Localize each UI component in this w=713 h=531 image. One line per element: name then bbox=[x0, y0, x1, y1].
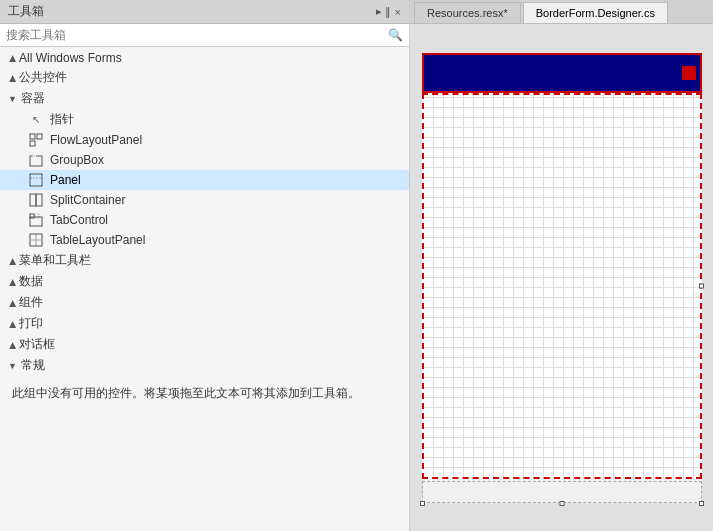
section-header-components[interactable]: ▶ 组件 bbox=[0, 292, 409, 313]
section-container: ▼ 容器 ↖ 指针 FlowLayoutPanel □ GroupBox bbox=[0, 88, 409, 250]
chevron-right-icon: ▶ bbox=[7, 299, 17, 306]
general-note: 此组中没有可用的控件。将某项拖至此文本可将其添加到工具箱。 bbox=[0, 376, 409, 411]
form-main-panel[interactable] bbox=[422, 93, 702, 479]
chevron-right-icon: ▶ bbox=[7, 278, 17, 285]
section-header-dialog[interactable]: ▶ 对话框 bbox=[0, 334, 409, 355]
item-label-groupbox: GroupBox bbox=[50, 153, 104, 167]
resize-handle-bottom-middle[interactable] bbox=[699, 501, 704, 506]
resize-handle-right-middle[interactable] bbox=[699, 283, 704, 288]
section-general: ▼ 常规 此组中没有可用的控件。将某项拖至此文本可将其添加到工具箱。 bbox=[0, 355, 409, 411]
designer-canvas[interactable] bbox=[410, 24, 713, 531]
section-label-print: 打印 bbox=[19, 315, 43, 332]
tablelayoutpanel-icon bbox=[28, 232, 44, 248]
form-top-bar bbox=[422, 53, 702, 93]
resize-handle-bottom-right[interactable] bbox=[420, 501, 425, 506]
section-menu-toolbar: ▶ 菜单和工具栏 bbox=[0, 250, 409, 271]
toolbox-item-panel[interactable]: Panel bbox=[0, 170, 409, 190]
svg-rect-6 bbox=[30, 174, 42, 186]
form-designer bbox=[422, 53, 702, 503]
toolbox-item-tabcontrol[interactable]: TabControl bbox=[0, 210, 409, 230]
toolbox-item-splitcontainer[interactable]: SplitContainer bbox=[0, 190, 409, 210]
tab-borderform-designer[interactable]: BorderForm.Designer.cs bbox=[523, 2, 668, 23]
form-bottom-panel[interactable] bbox=[422, 481, 702, 503]
section-all-windows-forms: ▶ All Windows Forms bbox=[0, 49, 409, 67]
section-header-menu-toolbar[interactable]: ▶ 菜单和工具栏 bbox=[0, 250, 409, 271]
section-common-controls: ▶ 公共控件 bbox=[0, 67, 409, 88]
item-label-tablelayoutpanel: TableLayoutPanel bbox=[50, 233, 145, 247]
toolbox-item-groupbox[interactable]: □ GroupBox bbox=[0, 150, 409, 170]
toolbox-header: 工具箱 ▸ ‖ × bbox=[0, 0, 409, 24]
svg-rect-1 bbox=[37, 134, 42, 139]
section-label-menu-toolbar: 菜单和工具栏 bbox=[19, 252, 91, 269]
toolbox-item-flowlayoutpanel[interactable]: FlowLayoutPanel bbox=[0, 130, 409, 150]
toolbox-panel: 工具箱 ▸ ‖ × 🔍 ▶ All Windows Forms ▶ 公共控件 bbox=[0, 0, 410, 531]
section-label-dialog: 对话框 bbox=[19, 336, 55, 353]
chevron-right-icon: ▶ bbox=[7, 257, 17, 264]
toolbox-content: ▶ All Windows Forms ▶ 公共控件 ▼ 容器 ↖ 指针 bbox=[0, 47, 409, 531]
toolbox-item-pointer[interactable]: ↖ 指针 bbox=[0, 109, 409, 130]
section-data: ▶ 数据 bbox=[0, 271, 409, 292]
section-label-components: 组件 bbox=[19, 294, 43, 311]
section-header-general[interactable]: ▼ 常规 bbox=[0, 355, 409, 376]
section-label-all-windows-forms: All Windows Forms bbox=[19, 51, 122, 65]
designer-tabs: Resources.resx* BorderForm.Designer.cs bbox=[410, 0, 713, 24]
section-header-print[interactable]: ▶ 打印 bbox=[0, 313, 409, 334]
section-header-all-windows-forms[interactable]: ▶ All Windows Forms bbox=[0, 49, 409, 67]
section-header-data[interactable]: ▶ 数据 bbox=[0, 271, 409, 292]
form-close-button bbox=[682, 66, 696, 80]
flowlayoutpanel-icon bbox=[28, 132, 44, 148]
chevron-right-icon: ▶ bbox=[7, 55, 17, 62]
section-header-container[interactable]: ▼ 容器 bbox=[0, 88, 409, 109]
groupbox-icon: □ bbox=[28, 152, 44, 168]
chevron-right-icon: ▶ bbox=[7, 341, 17, 348]
tabcontrol-icon bbox=[28, 212, 44, 228]
item-label-panel: Panel bbox=[50, 173, 81, 187]
toolbox-title: 工具箱 bbox=[8, 3, 44, 20]
svg-rect-2 bbox=[30, 141, 35, 146]
toolbox-item-tablelayoutpanel[interactable]: TableLayoutPanel bbox=[0, 230, 409, 250]
chevron-right-icon: ▶ bbox=[7, 320, 17, 327]
section-components: ▶ 组件 bbox=[0, 292, 409, 313]
search-input[interactable] bbox=[6, 28, 384, 42]
section-label-common-controls: 公共控件 bbox=[19, 69, 67, 86]
item-label-tabcontrol: TabControl bbox=[50, 213, 108, 227]
chevron-down-icon: ▼ bbox=[8, 361, 17, 371]
panel-icon bbox=[28, 172, 44, 188]
designer-panel: Resources.resx* BorderForm.Designer.cs bbox=[410, 0, 713, 531]
close-icon[interactable]: × bbox=[395, 6, 401, 18]
section-label-container: 容器 bbox=[21, 90, 45, 107]
pin-icon[interactable]: ▸ ‖ bbox=[376, 5, 391, 18]
section-label-general: 常规 bbox=[21, 357, 45, 374]
resize-handle-bottom-left[interactable] bbox=[559, 501, 564, 506]
search-icon: 🔍 bbox=[388, 28, 403, 42]
pointer-icon: ↖ bbox=[28, 112, 44, 128]
toolbox-search-bar: 🔍 bbox=[0, 24, 409, 47]
tab-resources[interactable]: Resources.resx* bbox=[414, 2, 521, 23]
svg-rect-0 bbox=[30, 134, 35, 139]
section-label-data: 数据 bbox=[19, 273, 43, 290]
item-label-pointer: 指针 bbox=[50, 111, 74, 128]
splitcontainer-icon bbox=[28, 192, 44, 208]
chevron-down-icon: ▼ bbox=[8, 94, 17, 104]
item-label-flowlayoutpanel: FlowLayoutPanel bbox=[50, 133, 142, 147]
section-header-common-controls[interactable]: ▶ 公共控件 bbox=[0, 67, 409, 88]
section-dialog: ▶ 对话框 bbox=[0, 334, 409, 355]
section-print: ▶ 打印 bbox=[0, 313, 409, 334]
toolbox-header-controls: ▸ ‖ × bbox=[376, 5, 402, 18]
item-label-splitcontainer: SplitContainer bbox=[50, 193, 125, 207]
chevron-right-icon: ▶ bbox=[7, 74, 17, 81]
